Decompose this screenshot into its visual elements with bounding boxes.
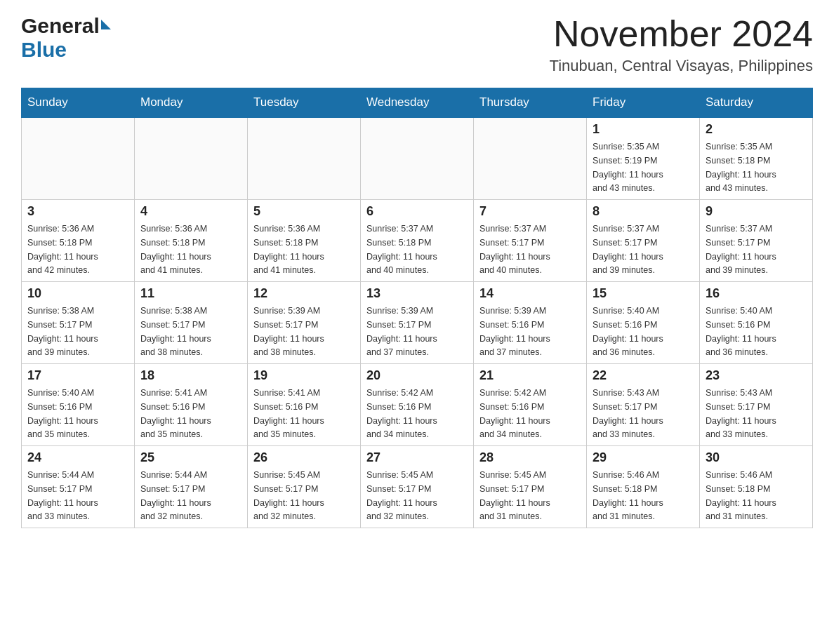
- day-number: 8: [593, 204, 694, 219]
- day-info: Sunrise: 5:37 AMSunset: 5:17 PMDaylight:…: [479, 224, 550, 275]
- day-cell: [135, 117, 248, 200]
- day-info: Sunrise: 5:39 AMSunset: 5:17 PMDaylight:…: [253, 306, 324, 357]
- day-info: Sunrise: 5:36 AMSunset: 5:18 PMDaylight:…: [253, 224, 324, 275]
- day-cell: 11Sunrise: 5:38 AMSunset: 5:17 PMDayligh…: [135, 282, 248, 364]
- day-number: 13: [366, 286, 468, 301]
- calendar-body: 1Sunrise: 5:35 AMSunset: 5:19 PMDaylight…: [22, 117, 813, 528]
- header-cell-saturday: Saturday: [700, 88, 813, 118]
- day-number: 17: [27, 368, 128, 383]
- logo-arrow-icon: [101, 20, 111, 29]
- day-number: 26: [253, 450, 355, 465]
- day-info: Sunrise: 5:37 AMSunset: 5:18 PMDaylight:…: [366, 224, 437, 275]
- day-cell: 1Sunrise: 5:35 AMSunset: 5:19 PMDaylight…: [587, 117, 700, 200]
- day-info: Sunrise: 5:45 AMSunset: 5:17 PMDaylight:…: [366, 470, 437, 521]
- header-cell-thursday: Thursday: [474, 88, 587, 118]
- day-cell: 15Sunrise: 5:40 AMSunset: 5:16 PMDayligh…: [587, 282, 700, 364]
- day-cell: 17Sunrise: 5:40 AMSunset: 5:16 PMDayligh…: [22, 364, 135, 446]
- day-cell: 22Sunrise: 5:43 AMSunset: 5:17 PMDayligh…: [587, 364, 700, 446]
- day-cell: 18Sunrise: 5:41 AMSunset: 5:16 PMDayligh…: [135, 364, 248, 446]
- day-number: 7: [479, 204, 581, 219]
- day-cell: 30Sunrise: 5:46 AMSunset: 5:18 PMDayligh…: [700, 446, 813, 528]
- day-info: Sunrise: 5:44 AMSunset: 5:17 PMDaylight:…: [27, 470, 98, 521]
- day-number: 18: [140, 368, 241, 383]
- day-cell: 9Sunrise: 5:37 AMSunset: 5:17 PMDaylight…: [700, 200, 813, 282]
- day-info: Sunrise: 5:43 AMSunset: 5:17 PMDaylight:…: [706, 388, 776, 439]
- header-cell-wednesday: Wednesday: [361, 88, 474, 118]
- day-number: 24: [27, 450, 128, 465]
- day-number: 5: [253, 204, 355, 219]
- day-number: 27: [366, 450, 468, 465]
- day-number: 11: [140, 286, 241, 301]
- day-cell: 7Sunrise: 5:37 AMSunset: 5:17 PMDaylight…: [474, 200, 587, 282]
- day-info: Sunrise: 5:36 AMSunset: 5:18 PMDaylight:…: [140, 224, 211, 275]
- day-cell: [474, 117, 587, 200]
- header-cell-monday: Monday: [135, 88, 248, 118]
- day-number: 2: [706, 122, 807, 137]
- day-info: Sunrise: 5:35 AMSunset: 5:19 PMDaylight:…: [593, 142, 663, 193]
- day-number: 21: [479, 368, 581, 383]
- day-cell: 13Sunrise: 5:39 AMSunset: 5:17 PMDayligh…: [361, 282, 474, 364]
- day-number: 3: [27, 204, 128, 219]
- day-cell: [248, 117, 361, 200]
- day-cell: 27Sunrise: 5:45 AMSunset: 5:17 PMDayligh…: [361, 446, 474, 528]
- day-info: Sunrise: 5:39 AMSunset: 5:17 PMDaylight:…: [366, 306, 437, 357]
- day-info: Sunrise: 5:36 AMSunset: 5:18 PMDaylight:…: [27, 224, 98, 275]
- day-cell: 14Sunrise: 5:39 AMSunset: 5:16 PMDayligh…: [474, 282, 587, 364]
- day-number: 28: [479, 450, 581, 465]
- day-cell: [361, 117, 474, 200]
- day-cell: 2Sunrise: 5:35 AMSunset: 5:18 PMDaylight…: [700, 117, 813, 200]
- day-cell: 25Sunrise: 5:44 AMSunset: 5:17 PMDayligh…: [135, 446, 248, 528]
- day-number: 25: [140, 450, 241, 465]
- day-cell: 10Sunrise: 5:38 AMSunset: 5:17 PMDayligh…: [22, 282, 135, 364]
- week-row-2: 3Sunrise: 5:36 AMSunset: 5:18 PMDaylight…: [22, 200, 813, 282]
- day-cell: 19Sunrise: 5:41 AMSunset: 5:16 PMDayligh…: [248, 364, 361, 446]
- day-number: 14: [479, 286, 581, 301]
- day-number: 15: [593, 286, 694, 301]
- day-cell: 6Sunrise: 5:37 AMSunset: 5:18 PMDaylight…: [361, 200, 474, 282]
- day-info: Sunrise: 5:43 AMSunset: 5:17 PMDaylight:…: [593, 388, 663, 439]
- day-number: 12: [253, 286, 355, 301]
- day-info: Sunrise: 5:42 AMSunset: 5:16 PMDaylight:…: [366, 388, 437, 439]
- title-section: November 2024 Tinubuan, Central Visayas,…: [550, 14, 813, 75]
- day-info: Sunrise: 5:40 AMSunset: 5:16 PMDaylight:…: [706, 306, 776, 357]
- logo-general-text: General: [21, 14, 100, 38]
- day-info: Sunrise: 5:41 AMSunset: 5:16 PMDaylight:…: [140, 388, 211, 439]
- week-row-4: 17Sunrise: 5:40 AMSunset: 5:16 PMDayligh…: [22, 364, 813, 446]
- day-number: 1: [593, 122, 694, 137]
- week-row-5: 24Sunrise: 5:44 AMSunset: 5:17 PMDayligh…: [22, 446, 813, 528]
- day-info: Sunrise: 5:44 AMSunset: 5:17 PMDaylight:…: [140, 470, 211, 521]
- calendar-header: SundayMondayTuesdayWednesdayThursdayFrid…: [22, 88, 813, 118]
- day-info: Sunrise: 5:42 AMSunset: 5:16 PMDaylight:…: [479, 388, 550, 439]
- day-info: Sunrise: 5:40 AMSunset: 5:16 PMDaylight:…: [27, 388, 98, 439]
- day-info: Sunrise: 5:40 AMSunset: 5:16 PMDaylight:…: [593, 306, 663, 357]
- day-number: 16: [706, 286, 807, 301]
- location-title: Tinubuan, Central Visayas, Philippines: [550, 57, 813, 75]
- day-cell: 24Sunrise: 5:44 AMSunset: 5:17 PMDayligh…: [22, 446, 135, 528]
- day-info: Sunrise: 5:37 AMSunset: 5:17 PMDaylight:…: [706, 224, 776, 275]
- day-cell: 23Sunrise: 5:43 AMSunset: 5:17 PMDayligh…: [700, 364, 813, 446]
- day-cell: 26Sunrise: 5:45 AMSunset: 5:17 PMDayligh…: [248, 446, 361, 528]
- day-cell: [22, 117, 135, 200]
- day-number: 22: [593, 368, 694, 383]
- day-info: Sunrise: 5:46 AMSunset: 5:18 PMDaylight:…: [593, 470, 663, 521]
- day-cell: 28Sunrise: 5:45 AMSunset: 5:17 PMDayligh…: [474, 446, 587, 528]
- page-header: General Blue November 2024 Tinubuan, Cen…: [21, 14, 813, 75]
- day-cell: 21Sunrise: 5:42 AMSunset: 5:16 PMDayligh…: [474, 364, 587, 446]
- day-number: 10: [27, 286, 128, 301]
- day-number: 9: [706, 204, 807, 219]
- day-number: 30: [706, 450, 807, 465]
- day-number: 4: [140, 204, 241, 219]
- day-info: Sunrise: 5:45 AMSunset: 5:17 PMDaylight:…: [479, 470, 550, 521]
- header-cell-tuesday: Tuesday: [248, 88, 361, 118]
- day-number: 23: [706, 368, 807, 383]
- day-info: Sunrise: 5:38 AMSunset: 5:17 PMDaylight:…: [27, 306, 98, 357]
- day-cell: 4Sunrise: 5:36 AMSunset: 5:18 PMDaylight…: [135, 200, 248, 282]
- day-info: Sunrise: 5:46 AMSunset: 5:18 PMDaylight:…: [706, 470, 776, 521]
- day-number: 19: [253, 368, 355, 383]
- header-row: SundayMondayTuesdayWednesdayThursdayFrid…: [22, 88, 813, 118]
- day-cell: 29Sunrise: 5:46 AMSunset: 5:18 PMDayligh…: [587, 446, 700, 528]
- day-info: Sunrise: 5:35 AMSunset: 5:18 PMDaylight:…: [706, 142, 776, 193]
- logo-blue-text: Blue: [21, 38, 67, 62]
- day-number: 29: [593, 450, 694, 465]
- month-title: November 2024: [550, 14, 813, 54]
